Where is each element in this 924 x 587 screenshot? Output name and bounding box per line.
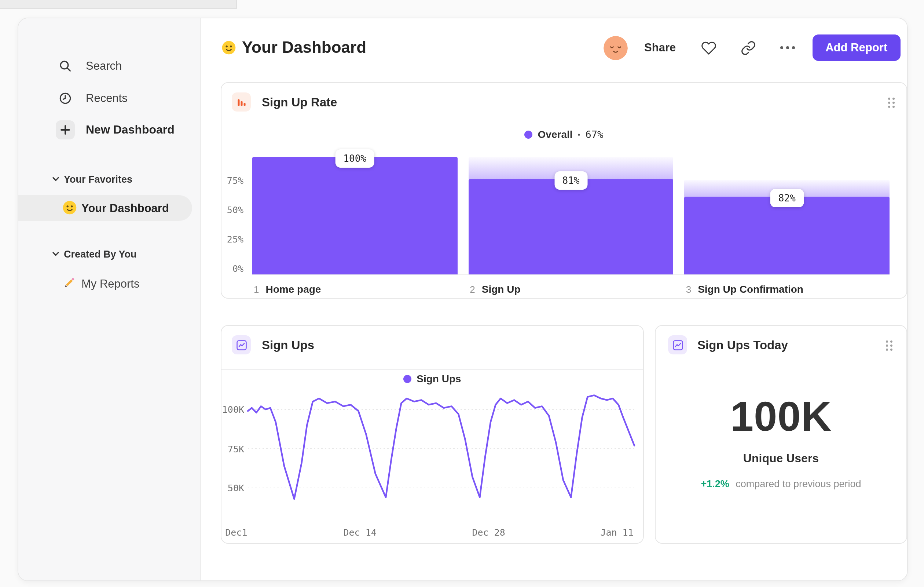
dashboard-header: Your Dashboard Share [221, 30, 901, 65]
sidebar-item-label: Recents [86, 92, 128, 105]
legend-label: Overall [538, 128, 573, 140]
funnel-bar-fill [685, 197, 889, 274]
delta-note: compared to previous period [736, 478, 861, 489]
metric-label: Unique Users [656, 451, 906, 466]
legend-separator: • [578, 130, 581, 138]
sign-ups-card: Sign Ups Sign Ups 100K75K50K Dec1Dec 14D… [221, 325, 644, 544]
x-axis-tick: Dec 14 [343, 527, 376, 539]
relieved-face-avatar[interactable] [603, 36, 627, 60]
funnel-bar-sign-up[interactable]: 81% 2 Sign Up [468, 151, 673, 274]
clock-icon [56, 89, 75, 108]
metric-value: 100K [656, 395, 906, 437]
y-axis: 75% 50% 25% 0% [221, 151, 246, 274]
section-created-by-you[interactable]: Created By You [52, 247, 137, 260]
funnel-step-label: 1 Home page [254, 283, 321, 295]
x-axis-baseline [252, 274, 889, 275]
legend-value: 67% [586, 128, 604, 140]
x-axis-tick: Dec 28 [472, 527, 505, 539]
favorite-heart-button[interactable] [700, 39, 718, 56]
x-axis: Dec1Dec 14Dec 28Jan 11 [248, 527, 634, 539]
drag-handle-icon[interactable] [884, 340, 894, 351]
page-title: Your Dashboard [242, 38, 366, 57]
funnel-step-label: 2 Sign Up [470, 283, 520, 295]
sidebar-item-label: My Reports [81, 277, 140, 290]
sidebar-item-your-dashboard[interactable]: Your Dashboard [18, 195, 192, 221]
sidebar: Search Recents New Dashboard [18, 18, 201, 580]
funnel-bars[interactable]: 100% 1 Home page 81% 2 [252, 151, 889, 274]
sidebar-item-new-dashboard[interactable]: New Dashboard [18, 117, 200, 143]
funnel-bar-home-page[interactable]: 100% 1 Home page [252, 151, 457, 274]
plus-icon [56, 120, 75, 139]
sidebar-item-label: Search [86, 60, 122, 73]
funnel-chart[interactable]: 75% 50% 25% 0% 100% 1 Home page [252, 151, 889, 299]
line-chart[interactable]: 100K75K50K Dec1Dec 14Dec 28Jan 11 [221, 395, 643, 534]
add-report-button[interactable]: Add Report [812, 35, 901, 61]
dashboard-window: Search Recents New Dashboard [18, 18, 908, 581]
app-root: Search Recents New Dashboard [0, 0, 924, 587]
x-axis-tick: Jan 11 [600, 527, 633, 539]
funnel-bar-fill [252, 157, 457, 274]
line-chart-icon [668, 335, 687, 354]
share-button[interactable]: Share [644, 41, 676, 54]
line-chart-svg[interactable] [248, 395, 634, 515]
y-axis: 100K75K50K [221, 395, 244, 515]
y-axis-tick: 25% [227, 234, 243, 245]
y-axis-tick: 50K [228, 483, 244, 493]
conversion-tooltip: 100% [335, 149, 375, 168]
copy-link-button[interactable] [739, 39, 757, 56]
drag-handle-icon[interactable] [886, 97, 896, 109]
y-axis-tick: 100K [222, 404, 244, 415]
sidebar-item-label: Your Dashboard [81, 202, 169, 215]
card-title: Sign Ups [262, 338, 314, 352]
background-window-edge [0, 0, 237, 9]
y-axis-tick: 50% [227, 204, 243, 215]
more-options-button[interactable] [779, 39, 796, 56]
line-chart-icon [232, 335, 251, 354]
funnel-legend[interactable]: Overall • 67% [221, 128, 906, 140]
y-axis-tick: 75% [227, 175, 243, 186]
step-name: Sign Up Confirmation [698, 283, 804, 295]
legend-dot [525, 130, 533, 138]
sidebar-item-label: New Dashboard [86, 123, 175, 136]
conversion-tooltip: 82% [771, 189, 804, 207]
sign-up-rate-card: Sign Up Rate Overall • 67% 7 [221, 82, 907, 299]
sidebar-item-recents[interactable]: Recents [18, 85, 200, 112]
step-index: 2 [470, 284, 475, 295]
step-index: 1 [254, 284, 259, 295]
section-your-favorites[interactable]: Your Favorites [52, 172, 132, 186]
card-title: Sign Up Rate [262, 95, 337, 109]
section-label: Your Favorites [64, 174, 132, 185]
step-name: Home page [266, 283, 321, 295]
card-title: Sign Ups Today [697, 338, 788, 352]
funnel-bar-sign-up-confirmation[interactable]: 82% 3 Sign Up Confirmation [685, 151, 889, 274]
search-icon [56, 56, 75, 76]
delta-value: +1.2% [701, 478, 729, 489]
funnel-step-label: 3 Sign Up Confirmation [686, 283, 804, 295]
metric-delta-row: +1.2% compared to previous period [656, 478, 906, 490]
y-axis-tick: 75K [228, 443, 244, 454]
conversion-tooltip: 81% [554, 171, 588, 190]
main-content: Your Dashboard Share [201, 18, 907, 580]
divider [221, 369, 643, 370]
sidebar-item-my-reports[interactable]: My Reports [18, 271, 192, 296]
smiley-emoji-icon [62, 200, 77, 215]
smiley-emoji-icon [221, 40, 236, 55]
line-legend[interactable]: Sign Ups [221, 373, 643, 384]
step-name: Sign Up [482, 283, 521, 295]
signups-line-series[interactable] [248, 395, 634, 499]
chevron-down-icon [52, 174, 59, 185]
sign-ups-today-card: Sign Ups Today 100K Unique Users +1.2% c… [655, 325, 907, 544]
chevron-down-icon [52, 248, 59, 260]
x-axis-tick: Dec1 [225, 527, 247, 539]
funnel-bar-fill [468, 179, 673, 274]
sidebar-item-search[interactable]: Search [18, 53, 200, 79]
funnel-chart-icon [232, 93, 251, 112]
section-label: Created By You [64, 248, 137, 260]
step-index: 3 [686, 284, 691, 295]
y-axis-tick: 0% [233, 263, 243, 274]
pencil-emoji-icon [62, 276, 77, 291]
legend-label: Sign Ups [417, 373, 461, 384]
legend-dot [403, 375, 411, 383]
